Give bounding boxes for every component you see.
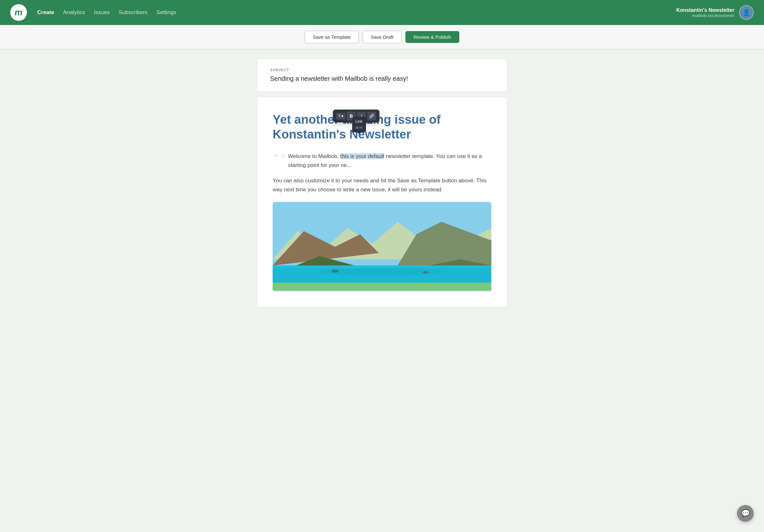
user-name: Konstantin's Newsletter [676,7,734,13]
paragraph1-row: + ⠿ Welcome to Mailbob, this is your def… [273,152,491,170]
nav-settings[interactable]: Settings [156,9,176,16]
user-info: Konstantin's Newsletter mailbob.io/u/kov… [676,5,754,20]
logo[interactable]: m [10,4,27,21]
format-type-button[interactable]: T ▾ [336,113,345,120]
avatar[interactable]: 👤 [739,5,754,20]
link-icon [369,114,374,118]
chevron-down-icon: ▾ [341,114,343,119]
mountain-image [273,202,491,292]
nav-create[interactable]: Create [37,9,54,16]
paragraph2-before: You can also customize it to your needs … [273,178,397,184]
paragraph1-before: Welcome to Mailbob, [288,153,340,159]
editor-title[interactable]: Yet another amazing issue of Konstantin'… [273,112,491,142]
svg-rect-11 [273,283,491,290]
paragraph2-bold: Save as Template [397,178,440,184]
link-tooltip: Link ⌘+K [352,117,366,132]
navbar: m Create Analytics Issues Subscribers Se… [0,0,764,25]
toolbar-divider [0,49,764,50]
subject-label: SUBJECT [270,68,494,72]
mountain-svg [273,202,491,292]
editor-main: SUBJECT Sending a newsletter with Mailbo… [257,59,507,327]
link-shortcut: ⌘+K [355,125,363,131]
drag-handle[interactable]: ⠿ [280,154,286,159]
chat-widget[interactable]: 💬 [737,505,754,522]
editor-card: Yet another amazing issue of Konstantin'… [257,97,507,307]
add-block-button[interactable]: + [273,153,279,159]
link-button[interactable] [367,111,376,120]
nav-issues[interactable]: Issues [94,9,110,16]
paragraph1[interactable]: Welcome to Mailbob, this is your default… [288,152,491,170]
subject-card: SUBJECT Sending a newsletter with Mailbo… [257,59,507,92]
link-tooltip-label: Link [355,119,362,124]
review-publish-button[interactable]: Review & Publish [405,31,460,43]
save-template-button[interactable]: Save as Template [305,31,359,43]
user-url: mailbob.io/u/kovshenin [676,13,734,18]
save-draft-button[interactable]: Save Draft [363,31,402,43]
paragraph2[interactable]: You can also customize it to your needs … [273,176,491,194]
user-text: Konstantin's Newsletter mailbob.io/u/kov… [676,7,734,18]
nav-subscribers[interactable]: Subscribers [119,9,147,16]
svg-rect-7 [273,266,491,268]
paragraph1-highlight: this is your default [340,153,384,159]
svg-point-10 [423,271,429,274]
svg-point-9 [331,270,339,273]
subject-text[interactable]: Sending a newsletter with Mailbob is rea… [270,75,494,82]
nav-links: Create Analytics Issues Subscribers Sett… [37,9,666,16]
chat-icon: 💬 [741,509,750,518]
type-label: T [338,114,341,119]
nav-analytics[interactable]: Analytics [63,9,85,16]
action-toolbar: Save as Template Save Draft Review & Pub… [0,25,764,49]
logo-letter: m [15,7,23,18]
block-controls: + ⠿ [273,153,286,159]
